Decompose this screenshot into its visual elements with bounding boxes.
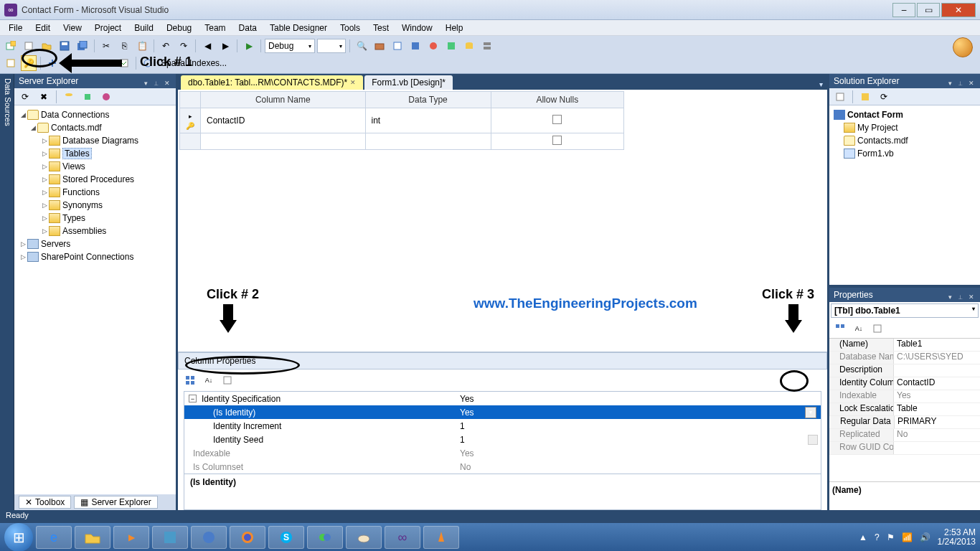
taskbar-vs-icon[interactable]: ∞: [385, 526, 420, 549]
collapse-icon[interactable]: −: [189, 395, 197, 402]
connect-server-icon[interactable]: [80, 89, 95, 105]
taskbar-messenger-icon[interactable]: [307, 526, 343, 549]
find-icon[interactable]: 🔍: [354, 38, 369, 54]
refresh-icon[interactable]: ⟳: [17, 89, 33, 105]
show-all-icon[interactable]: [857, 89, 873, 105]
menu-help[interactable]: Help: [440, 22, 469, 34]
menu-project[interactable]: Project: [89, 22, 127, 34]
property-row[interactable]: (Name)Table1: [829, 339, 980, 352]
taskbar-ie-icon[interactable]: e: [36, 526, 72, 549]
prop-identity-spec[interactable]: −Identity SpecificationYes: [184, 392, 821, 405]
prop-identity-seed[interactable]: Identity Seed1: [184, 433, 821, 446]
tray-icon[interactable]: ▲: [859, 532, 867, 542]
property-row[interactable]: Lock EscalatioTable: [829, 403, 980, 416]
categorized-icon[interactable]: [832, 321, 848, 336]
db-icon[interactable]: [461, 38, 477, 54]
properties-icon[interactable]: [832, 89, 848, 105]
panel-dropdown-icon[interactable]: [144, 77, 151, 85]
menu-data[interactable]: Data: [233, 22, 263, 34]
tab-menu-icon[interactable]: ▾: [815, 79, 827, 90]
undo-icon[interactable]: ↶: [158, 38, 174, 54]
network-icon[interactable]: 📶: [902, 532, 913, 542]
taskbar-hp-icon[interactable]: [191, 526, 227, 549]
tree-views[interactable]: ▷Views: [16, 160, 174, 173]
panel-pin-icon[interactable]: [958, 291, 966, 298]
menu-table-designer[interactable]: Table Designer: [264, 22, 333, 34]
maximize-button[interactable]: ▭: [917, 3, 940, 17]
alphabetical-icon[interactable]: A↓: [851, 321, 867, 336]
taskbar-media-icon[interactable]: ▶: [113, 526, 149, 549]
categorized-icon[interactable]: [182, 372, 198, 388]
property-row[interactable]: IndexableYes: [829, 390, 980, 403]
save-icon[interactable]: [57, 38, 72, 54]
prop-is-identity[interactable]: (Is Identity)Yes▾: [184, 405, 821, 419]
nav-back-icon[interactable]: ◀: [199, 38, 215, 54]
row-indicator[interactable]: ▸: [180, 108, 201, 133]
menu-window[interactable]: Window: [396, 22, 438, 34]
prop-identity-increment[interactable]: Identity Increment1: [184, 419, 821, 433]
cell-empty[interactable]: [201, 133, 366, 150]
checkbox[interactable]: [552, 115, 562, 124]
menu-tools[interactable]: Tools: [334, 22, 366, 34]
cut-icon[interactable]: ✂: [98, 38, 114, 54]
redo-icon[interactable]: ↷: [176, 38, 192, 54]
paste-icon[interactable]: 📋: [134, 38, 150, 54]
generate-script-icon[interactable]: [3, 55, 19, 71]
col-header-type[interactable]: Data Type: [365, 92, 491, 108]
system-clock[interactable]: 2:53 AM 1/24/2013: [938, 528, 976, 547]
tree-data-connections[interactable]: ◢Data Connections: [16, 108, 174, 121]
panel-dropdown-icon[interactable]: [948, 291, 956, 298]
tab-table-designer[interactable]: dbo.Table1: Tabl...RM\CONTACTS.MDF)*✕: [181, 75, 363, 90]
menu-file[interactable]: File: [3, 22, 28, 34]
refresh-icon[interactable]: ⟳: [876, 89, 892, 105]
tab-close-icon[interactable]: ✕: [350, 79, 356, 86]
solution-explorer-header[interactable]: Solution Explorer: [829, 74, 980, 88]
connect-db-icon[interactable]: [61, 89, 77, 105]
panel-pin-icon[interactable]: [958, 77, 966, 85]
property-row[interactable]: +Regular DataPRIMARY: [829, 416, 980, 429]
tree-sharepoint[interactable]: ▷SharePoint Connections: [16, 250, 174, 263]
tree-assemblies[interactable]: ▷Assemblies: [16, 225, 174, 237]
prop-is-columnset[interactable]: Is ColumnsetNo: [184, 460, 821, 474]
nav-fwd-icon[interactable]: ▶: [217, 38, 233, 54]
cell-column-name[interactable]: ContactID: [201, 108, 366, 133]
server-icon[interactable]: [479, 38, 495, 54]
alphabetical-icon[interactable]: A↓: [201, 372, 217, 388]
panel-dropdown-icon[interactable]: [948, 77, 956, 85]
prop-indexable[interactable]: IndexableYes: [184, 446, 821, 460]
prop-pages-icon[interactable]: [220, 372, 235, 388]
menu-test[interactable]: Test: [367, 22, 395, 34]
new-project-icon[interactable]: [3, 38, 19, 54]
col-header-name[interactable]: Column Name: [201, 92, 366, 108]
data-sources-tab[interactable]: Data Sources: [0, 74, 14, 510]
prop-pages-icon[interactable]: [870, 321, 885, 336]
panel-close-icon[interactable]: [969, 291, 976, 298]
solution-explorer-icon[interactable]: [390, 38, 405, 54]
platform-combo[interactable]: ▾: [317, 39, 346, 53]
panel-close-icon[interactable]: [969, 77, 976, 85]
checkbox[interactable]: [552, 136, 562, 145]
taskbar-paint-icon[interactable]: [346, 526, 382, 549]
server-explorer-tab[interactable]: ▦Server Explorer: [74, 496, 157, 509]
add-sharepoint-icon[interactable]: [98, 89, 114, 105]
team-icon[interactable]: [443, 38, 459, 54]
menu-view[interactable]: View: [57, 22, 88, 34]
tree-functions[interactable]: ▷Functions: [16, 186, 174, 199]
menu-edit[interactable]: Edit: [29, 22, 56, 34]
dropdown-button[interactable]: ▾: [805, 407, 816, 418]
tree-stored-procs[interactable]: ▷Stored Procedures: [16, 173, 174, 186]
cell-empty-nulls[interactable]: [491, 133, 623, 150]
help-icon[interactable]: ?: [875, 532, 880, 542]
solution-myproject[interactable]: My Project: [831, 121, 979, 134]
property-row[interactable]: ReplicatedNo: [829, 429, 980, 442]
col-header-nulls[interactable]: Allow Nulls: [491, 92, 623, 108]
menu-team[interactable]: Team: [199, 22, 231, 34]
flag-icon[interactable]: ⚑: [887, 532, 895, 542]
start-debug-icon[interactable]: ▶: [241, 38, 257, 54]
menu-build[interactable]: Build: [128, 22, 159, 34]
toolbox-icon[interactable]: [372, 38, 387, 54]
properties-object-combo[interactable]: [Tbl] dbo.Table1▾: [831, 303, 979, 318]
taskbar-skype-icon[interactable]: S: [268, 526, 304, 549]
tree-contacts-mdf[interactable]: ◢Contacts.mdf: [16, 121, 174, 134]
solution-form1[interactable]: Form1.vb: [831, 147, 979, 160]
